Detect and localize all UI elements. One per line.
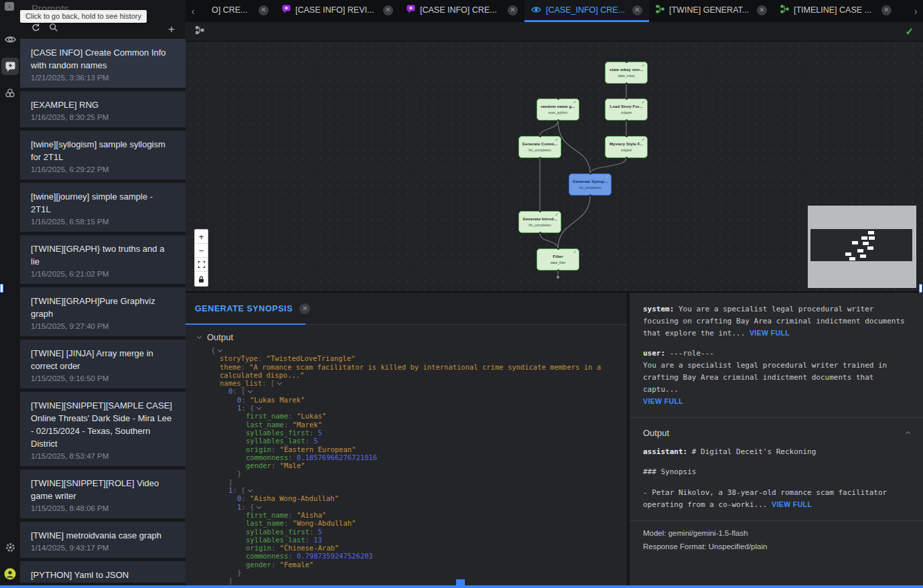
json-tree[interactable]: {storyType: "TwistedLoveTriangle"theme: … <box>186 346 627 585</box>
json-line: 0: "Aisha Wong-Abdullah" <box>211 494 627 502</box>
list-item[interactable]: [PYTHON] Yaml to JSON <box>20 561 186 583</box>
knot-icon[interactable] <box>1 84 19 102</box>
chevron-down-icon[interactable] <box>218 348 222 352</box>
chevron-down-icon <box>197 334 202 339</box>
graph-node-llm_completion[interactable]: ✓Generate Comm...llm_completion <box>518 136 561 158</box>
list-item[interactable]: [twine][journey] simple sample - 2T1L1/1… <box>20 183 186 232</box>
tab-label: [TIMELINE] CASE ... <box>794 5 877 15</box>
graph-node-snippet[interactable]: ✓Mystery Style F...snippet <box>605 136 648 158</box>
bottom-resize-handle[interactable] <box>456 579 465 588</box>
tab--case-info-cre-[interactable]: [CASE INFO] CRE...✕ <box>400 0 524 22</box>
view-full-link[interactable]: VIEW FULL <box>643 397 683 405</box>
tab--twine-generat-[interactable]: [TWINE] GENERAT...✕ <box>649 0 774 22</box>
chevron-down-icon[interactable] <box>277 380 282 385</box>
output-section-header[interactable]: Output <box>186 325 627 346</box>
minimap-nodes <box>810 229 912 261</box>
assistant-title-text: # Digital Deceit's Reckoning <box>687 447 816 456</box>
chevron-down-icon[interactable] <box>257 405 261 410</box>
inspector-output-header[interactable]: Output <box>643 418 910 441</box>
graph-node-llm_completion[interactable]: ✓Generate Introd...llm_completion <box>518 211 561 233</box>
synopsis-heading: ### Synopsis <box>643 466 910 478</box>
chevron-up-icon <box>906 431 910 435</box>
check-icon: ✓ <box>641 63 645 68</box>
json-line: 1: [ <box>211 486 627 494</box>
minimap[interactable] <box>808 206 916 288</box>
json-line: gender: "Male" <box>211 461 627 469</box>
graph-canvas[interactable]: ✓state mkey stor...state_mkey✓random nam… <box>186 42 923 291</box>
list-item[interactable]: [TWINE][SNIPPET][SAMPLE CASE] Online Thr… <box>20 392 186 466</box>
node-title: Filter <box>553 254 563 259</box>
avatar-icon[interactable] <box>1 565 19 583</box>
chevron-down-icon[interactable] <box>248 388 253 393</box>
graph-node-state_filter[interactable]: ✓Filterstate_filter <box>537 248 579 271</box>
zoom-in-button[interactable]: + <box>195 230 208 244</box>
tab-label: [CASE INFO] REVI... <box>295 5 378 15</box>
view-full-link[interactable]: VIEW FULL <box>772 500 812 508</box>
tab-o-cre-[interactable]: O] CRE...✕ <box>200 0 275 22</box>
tab--case-info-revi-[interactable]: [CASE INFO] REVI...✕ <box>275 0 400 22</box>
close-icon[interactable]: ✕ <box>632 5 642 15</box>
tab--case-info-cre-[interactable]: [CASE_INFO] CRE...✕ <box>524 0 649 22</box>
check-icon: ✓ <box>641 100 645 105</box>
check-icon: ✓ <box>605 175 609 180</box>
eye-icon[interactable] <box>1 31 19 48</box>
chat-plus-icon[interactable] <box>1 58 19 75</box>
tabs-scroll-left-icon[interactable]: ‹ <box>186 0 200 22</box>
prompt-timestamp: 1/16/2025, 8:30:25 PM <box>31 113 175 121</box>
zoom-out-button[interactable]: − <box>195 244 208 258</box>
list-item[interactable]: [TWINE][GRAPH]Pure Graphviz graph1/15/20… <box>20 287 186 336</box>
view-full-link[interactable]: VIEW FULL <box>750 329 790 337</box>
fit-view-button[interactable] <box>195 258 208 272</box>
tabs-scroll-right-icon[interactable]: › <box>908 0 923 22</box>
close-icon[interactable]: ✕ <box>881 5 892 15</box>
list-item[interactable]: [TWINE] metroidvania case graph1/14/2025… <box>20 522 186 558</box>
gear-icon[interactable] <box>1 538 19 556</box>
tab--timeline-case-[interactable]: [TIMELINE] CASE ...✕ <box>774 0 898 22</box>
splitter-handle-right[interactable] <box>919 284 922 293</box>
prompt-title: [TWINE][SNIPPET][SAMPLE CASE] Online Thr… <box>31 399 175 450</box>
search-icon[interactable] <box>49 23 58 35</box>
json-line: { <box>211 346 627 354</box>
list-item[interactable]: [TWINE][GRAPH} two truths and a lie1/16/… <box>20 235 186 284</box>
json-line: last_name: "Wong-Abdullah" <box>211 519 627 527</box>
node-output-panel: GENERATE SYNOPSIS ✕ Output {storyType: "… <box>186 293 627 585</box>
close-icon[interactable]: ✕ <box>508 5 518 15</box>
list-item[interactable]: [EXAMPLE] RNG1/16/2025, 8:30:25 PM <box>20 91 186 127</box>
splitter-handle-left[interactable] <box>0 284 3 293</box>
prompt-timestamp: 1/15/2025, 8:53:47 PM <box>31 452 175 460</box>
active-tab-underline <box>186 323 305 325</box>
tab-generate-synopsis[interactable]: GENERATE SYNOPSIS <box>195 304 293 313</box>
close-icon[interactable]: ✕ <box>259 5 269 15</box>
generation-settings: Model: gemini/gemini-1.5-flash Response … <box>643 521 910 553</box>
close-icon[interactable]: ✕ <box>383 5 393 15</box>
json-line: origin: "Eastern European" <box>211 445 627 453</box>
close-icon[interactable]: ✕ <box>757 5 767 15</box>
json-line: storyType: "TwistedLoveTriangle" <box>211 354 627 362</box>
graph-node-state_mkey[interactable]: ✓state mkey stor...state_mkey <box>605 62 648 84</box>
json-line: syllables_first: 5 <box>211 528 627 536</box>
graph-node-snippet[interactable]: ✓Load Story For...snippet <box>605 98 648 121</box>
new-prompt-button[interactable]: + <box>168 23 175 35</box>
list-item[interactable]: [TWINE][SNIPPET][ROLE] Video game writer… <box>20 469 186 518</box>
back-button[interactable]: ‹ <box>5 2 14 11</box>
prompt-title: [twine][syllogism] sample syllogism for … <box>31 138 175 163</box>
user-message-text: You are a specialist legal procedural wr… <box>643 361 887 394</box>
node-subtitle: snippet <box>621 111 632 115</box>
close-icon[interactable]: ✕ <box>299 303 310 314</box>
lock-button[interactable] <box>195 272 208 286</box>
chevron-down-icon[interactable] <box>248 488 253 492</box>
refresh-icon[interactable] <box>31 23 40 35</box>
list-item[interactable]: [twine][syllogism] sample syllogism for … <box>20 131 186 179</box>
prompt-timestamp: 1/15/2025, 9:27:40 PM <box>31 322 175 330</box>
list-item[interactable]: [TWINE] [JINJA] Array merge in correct o… <box>20 340 186 388</box>
user-role-label: user: <box>643 349 665 358</box>
json-line: } <box>211 469 627 477</box>
prompt-list: [CASE INFO] Create Common Info with rand… <box>20 39 186 583</box>
json-line: syllables_last: 13 <box>211 536 627 544</box>
chevron-down-icon[interactable] <box>257 504 261 509</box>
prompt-title: [TWINE] [JINJA] Array merge in correct o… <box>31 347 175 372</box>
layout-icon[interactable] <box>195 25 204 38</box>
graph-node-exec_python[interactable]: ✓random name g...exec_python <box>537 98 579 121</box>
graph-node-llm_completion[interactable]: ✓Generate Synop...llm_completion <box>569 173 612 196</box>
list-item[interactable]: [CASE INFO] Create Common Info with rand… <box>20 39 186 88</box>
